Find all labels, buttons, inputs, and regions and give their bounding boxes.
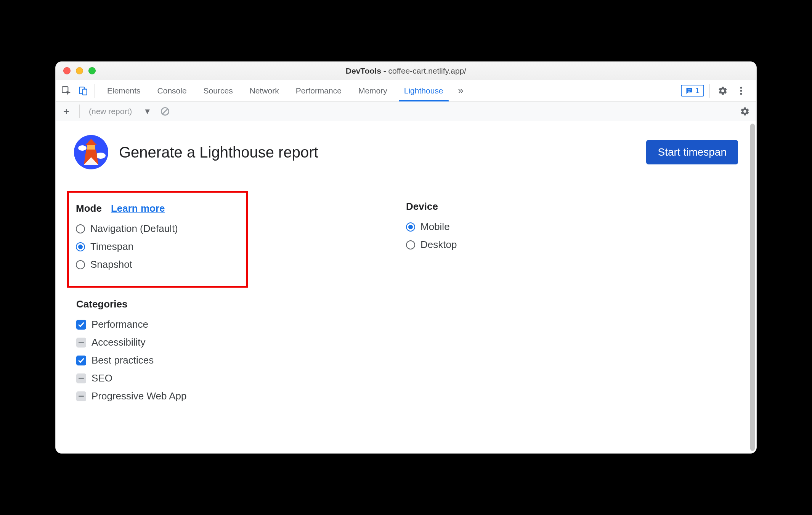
separator — [709, 84, 710, 98]
separator — [79, 105, 80, 118]
tab-console[interactable]: Console — [149, 80, 195, 101]
mode-option-label: Timespan — [90, 241, 133, 253]
svg-rect-2 — [83, 89, 87, 95]
svg-rect-4 — [688, 91, 690, 92]
lighthouse-options: Mode Learn more Navigation (Default) Tim… — [74, 191, 738, 405]
mode-option-label: Snapshot — [90, 259, 132, 270]
start-timespan-button[interactable]: Start timespan — [646, 140, 738, 164]
radio-icon — [76, 260, 85, 269]
category-label: Performance — [91, 319, 148, 330]
categories-section: Categories Performance Accessibility — [76, 298, 406, 405]
category-seo[interactable]: SEO — [76, 369, 406, 387]
radio-checked-icon — [76, 242, 85, 251]
checkbox-indeterminate-icon — [76, 391, 86, 401]
window-title-path: coffee-cart.netlify.app/ — [388, 66, 466, 75]
clear-icon[interactable] — [158, 105, 172, 118]
report-dropdown-label: (new report) — [89, 107, 132, 116]
kebab-menu-icon[interactable] — [733, 83, 749, 98]
window-controls — [56, 67, 96, 74]
panel-tabs: Elements Console Sources Network Perform… — [99, 80, 452, 101]
separator — [95, 84, 95, 98]
mode-option-snapshot[interactable]: Snapshot — [76, 256, 237, 274]
close-window-button[interactable] — [63, 67, 71, 74]
checkbox-indeterminate-icon — [76, 373, 86, 383]
category-label: SEO — [91, 372, 112, 384]
mode-title: Mode — [76, 203, 102, 214]
svg-point-6 — [740, 90, 742, 92]
radio-icon — [406, 240, 415, 249]
svg-point-11 — [78, 145, 87, 151]
tab-lighthouse[interactable]: Lighthouse — [396, 80, 452, 101]
svg-point-5 — [740, 87, 742, 89]
device-option-desktop[interactable]: Desktop — [406, 236, 738, 254]
tab-elements[interactable]: Elements — [99, 80, 149, 101]
messages-badge[interactable]: 1 — [681, 85, 704, 97]
checkbox-indeterminate-icon — [76, 338, 86, 348]
device-option-mobile[interactable]: Mobile — [406, 218, 738, 236]
devtools-tabs-row: Elements Console Sources Network Perform… — [56, 80, 756, 101]
tabs-right-controls: 1 — [681, 83, 753, 98]
chevron-down-icon: ▼ — [143, 107, 151, 116]
checkbox-checked-icon — [76, 320, 86, 330]
page-title: Generate a Lighthouse report — [119, 144, 318, 161]
device-option-label: Desktop — [420, 239, 457, 251]
device-section: Device Mobile Desktop — [406, 201, 738, 254]
categories-title: Categories — [76, 298, 406, 310]
category-accessibility[interactable]: Accessibility — [76, 333, 406, 351]
category-label: Progressive Web App — [91, 390, 187, 402]
settings-icon[interactable] — [715, 83, 730, 98]
tab-network[interactable]: Network — [241, 80, 287, 101]
checkbox-checked-icon — [76, 356, 86, 365]
minimize-window-button[interactable] — [76, 67, 83, 74]
lighthouse-header: Generate a Lighthouse report Start times… — [74, 135, 738, 169]
device-option-label: Mobile — [420, 221, 450, 233]
svg-point-7 — [740, 93, 742, 95]
lighthouse-logo-icon — [74, 135, 108, 169]
maximize-window-button[interactable] — [88, 67, 96, 74]
svg-rect-3 — [688, 89, 691, 90]
report-dropdown[interactable]: (new report) ▼ — [86, 107, 154, 116]
category-label: Accessibility — [91, 336, 146, 348]
mode-option-timespan[interactable]: Timespan — [76, 238, 237, 256]
devtools-window: DevTools - coffee-cart.netlify.app/ Elem… — [55, 61, 757, 454]
lighthouse-panel: Generate a Lighthouse report Start times… — [56, 121, 756, 453]
radio-checked-icon — [406, 222, 415, 232]
messages-count: 1 — [695, 86, 700, 95]
more-tabs-icon[interactable]: » — [453, 85, 469, 97]
tab-performance[interactable]: Performance — [287, 80, 350, 101]
inspect-element-icon[interactable] — [59, 83, 74, 98]
lighthouse-settings-icon[interactable] — [737, 104, 753, 119]
window-title-prefix: DevTools - — [346, 66, 388, 75]
radio-icon — [76, 224, 85, 233]
scrollbar[interactable] — [750, 124, 755, 451]
category-label: Best practices — [91, 354, 154, 366]
mode-option-navigation[interactable]: Navigation (Default) — [76, 220, 237, 238]
new-report-button[interactable]: + — [59, 105, 73, 118]
window-title: DevTools - coffee-cart.netlify.app/ — [56, 66, 756, 76]
category-best-practices[interactable]: Best practices — [76, 351, 406, 369]
category-performance[interactable]: Performance — [76, 315, 406, 333]
mode-option-label: Navigation (Default) — [90, 223, 178, 235]
chat-icon — [685, 87, 693, 95]
learn-more-link[interactable]: Learn more — [111, 203, 165, 214]
tab-sources[interactable]: Sources — [195, 80, 241, 101]
titlebar: DevTools - coffee-cart.netlify.app/ — [56, 62, 756, 80]
tab-memory[interactable]: Memory — [350, 80, 396, 101]
svg-line-9 — [162, 108, 168, 114]
svg-rect-14 — [87, 145, 95, 150]
device-toggle-icon[interactable] — [75, 83, 91, 98]
category-pwa[interactable]: Progressive Web App — [76, 387, 406, 405]
mode-section-highlight: Mode Learn more Navigation (Default) Tim… — [67, 191, 248, 288]
device-title: Device — [406, 201, 738, 212]
lighthouse-toolbar: + (new report) ▼ — [56, 101, 756, 121]
